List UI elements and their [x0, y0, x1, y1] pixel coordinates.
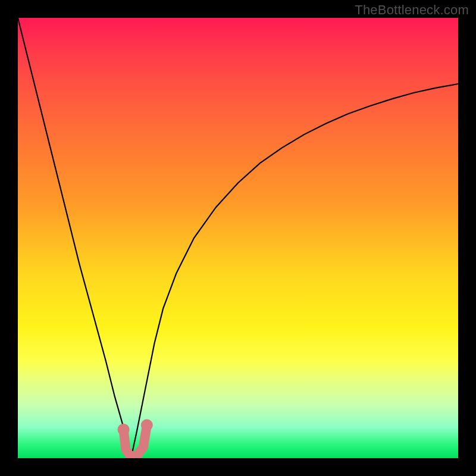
chart-svg — [18, 18, 458, 458]
watermark-text: TheBottleneck.com — [355, 2, 469, 18]
bottleneck-curve — [18, 18, 458, 458]
highlight-endpoint — [118, 424, 130, 436]
highlight-endpoint — [141, 419, 153, 431]
plot-area — [18, 18, 458, 458]
chart-frame: TheBottleneck.com — [0, 0, 476, 476]
